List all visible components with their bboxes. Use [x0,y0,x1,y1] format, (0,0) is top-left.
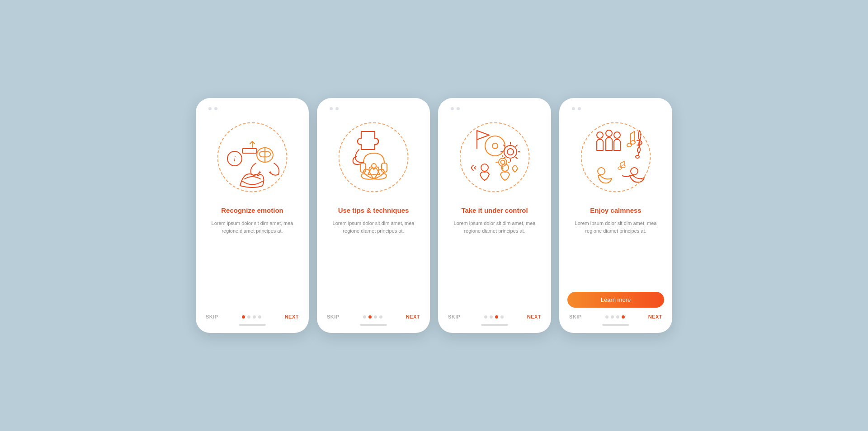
skip-button-3[interactable]: SKIP [448,314,461,319]
nav-dot [605,315,609,319]
skip-button-1[interactable]: SKIP [206,314,218,319]
top-dot [335,107,339,110]
nav-dot [484,315,487,319]
next-button-2[interactable]: NEXT [406,314,420,319]
next-button-1[interactable]: NEXT [285,314,299,319]
dashed-circle [581,122,651,192]
screen-title-1: Recognize emotion [221,206,283,215]
home-indicator-4 [602,324,629,326]
nav-dot [242,315,245,319]
nav-dot [611,315,614,319]
screen-title-3: Take it under control [461,206,528,215]
screen-title-4: Enjoy calmness [590,206,641,215]
nav-dot [500,315,504,319]
skip-button-4[interactable]: SKIP [569,314,582,319]
nav-bar-2: SKIP NEXT [325,314,422,319]
nav-dots-1 [242,315,261,319]
illustration-area-3 [454,117,535,198]
home-indicator-1 [239,324,266,326]
dashed-circle [217,122,288,192]
nav-bar-3: SKIP NEXT [446,314,543,319]
top-dot [578,107,581,110]
nav-bar-1: SKIP NEXT [204,314,301,319]
nav-dot [379,315,382,319]
nav-dot [258,315,261,319]
learn-more-button[interactable]: Learn more [567,292,664,308]
illustration-area-1: i [212,117,293,198]
illustration-area-2 [333,117,414,198]
top-dot [457,107,460,110]
phone-card-3: Take it under control Lorem ipsum dolor … [438,98,551,333]
next-button-3[interactable]: NEXT [527,314,541,319]
screen-desc-1: Lorem ipsum dolor sit dim amet, mea regi… [204,220,301,307]
dashed-circle [339,122,409,192]
top-dot [572,107,575,110]
nav-dots-3 [484,315,504,319]
home-indicator-2 [360,324,387,326]
top-dot [451,107,454,110]
screens-container: i [196,98,672,333]
phone-card-1: i [196,98,309,333]
top-bar-2 [330,107,339,110]
top-bar-4 [572,107,581,110]
phone-card-4: Enjoy calmness Lorem ipsum dolor sit dim… [559,98,672,333]
home-indicator-3 [481,324,508,326]
nav-dot [616,315,619,319]
skip-button-2[interactable]: SKIP [327,314,340,319]
screen-title-2: Use tips & techniques [338,206,409,215]
illustration-area-4 [575,117,656,198]
nav-dot [622,315,625,319]
phone-card-2: Use tips & techniques Lorem ipsum dolor … [317,98,430,333]
nav-dots-2 [363,315,382,319]
nav-bar-4: SKIP NEXT [567,314,664,319]
top-bar-3 [451,107,460,110]
nav-dot [247,315,250,319]
next-button-4[interactable]: NEXT [648,314,662,319]
screen-desc-2: Lorem ipsum dolor sit dim amet, mea regi… [325,220,422,307]
top-bar-1 [208,107,217,110]
nav-dots-4 [605,315,625,319]
nav-dot [374,315,377,319]
dashed-circle [460,122,530,192]
nav-dot [253,315,256,319]
screen-desc-3: Lorem ipsum dolor sit dim amet, mea regi… [446,220,543,307]
top-dot [214,107,217,110]
nav-dot [368,315,372,319]
nav-dot [363,315,366,319]
screen-desc-4: Lorem ipsum dolor sit dim amet, mea regi… [567,220,664,285]
top-dot [208,107,212,110]
nav-dot [495,315,498,319]
nav-dot [490,315,493,319]
top-dot [330,107,333,110]
